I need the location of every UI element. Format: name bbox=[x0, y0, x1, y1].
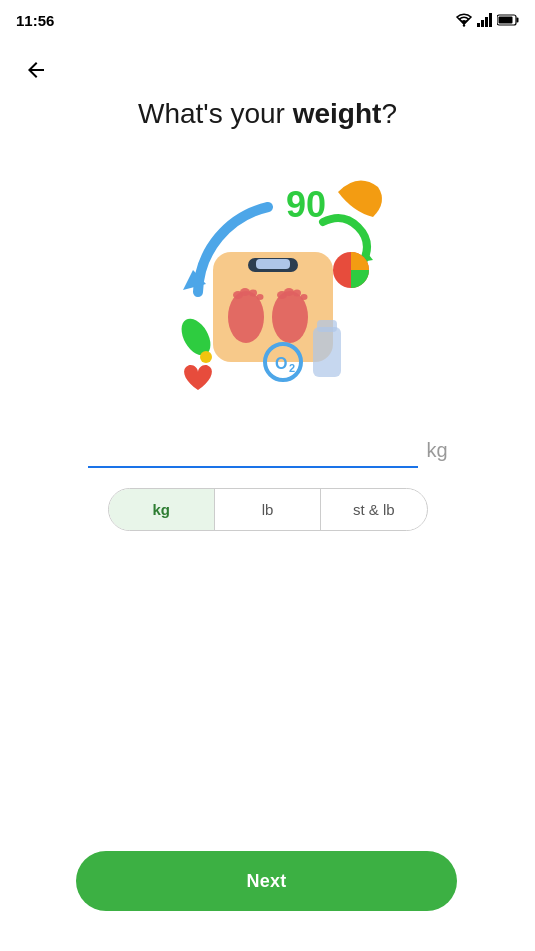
svg-rect-31 bbox=[317, 320, 337, 332]
svg-rect-2 bbox=[481, 20, 484, 27]
status-time: 11:56 bbox=[16, 12, 54, 29]
unit-selector: kg lb st & lb bbox=[108, 488, 428, 531]
svg-point-24 bbox=[300, 294, 307, 300]
svg-point-19 bbox=[256, 294, 263, 300]
svg-point-18 bbox=[249, 290, 257, 297]
weight-input-section: kg bbox=[78, 432, 458, 468]
main-content: What's your weight? 90 bbox=[0, 36, 535, 531]
back-button[interactable] bbox=[16, 50, 56, 90]
page-title: What's your weight? bbox=[138, 96, 397, 132]
unit-btn-kg[interactable]: kg bbox=[109, 489, 215, 530]
signal-icon bbox=[477, 13, 493, 27]
svg-text:O: O bbox=[275, 355, 287, 372]
weight-input[interactable] bbox=[88, 432, 419, 468]
battery-icon bbox=[497, 14, 519, 26]
next-button[interactable]: Next bbox=[76, 851, 457, 911]
back-arrow-icon bbox=[24, 58, 48, 82]
title-suffix: ? bbox=[381, 98, 397, 129]
svg-rect-30 bbox=[313, 327, 341, 377]
weight-illustration: 90 bbox=[138, 162, 398, 402]
status-bar: 11:56 bbox=[0, 0, 535, 36]
svg-point-17 bbox=[240, 288, 250, 296]
svg-rect-1 bbox=[477, 23, 480, 27]
unit-btn-lb[interactable]: lb bbox=[215, 489, 321, 530]
svg-point-22 bbox=[284, 288, 294, 296]
svg-point-26 bbox=[200, 351, 212, 363]
svg-text:90: 90 bbox=[286, 184, 326, 225]
svg-rect-14 bbox=[256, 259, 290, 269]
weight-unit-label: kg bbox=[426, 439, 447, 468]
svg-rect-7 bbox=[499, 17, 513, 24]
scale-illustration-svg: 90 bbox=[138, 162, 398, 402]
title-normal: What's your bbox=[138, 98, 293, 129]
unit-btn-stlb[interactable]: st & lb bbox=[321, 489, 426, 530]
status-icons bbox=[455, 13, 519, 27]
svg-point-23 bbox=[293, 290, 301, 297]
title-bold: weight bbox=[293, 98, 382, 129]
svg-rect-4 bbox=[489, 13, 492, 27]
svg-rect-6 bbox=[517, 18, 519, 23]
svg-text:2: 2 bbox=[289, 362, 295, 374]
svg-point-0 bbox=[463, 24, 465, 26]
wifi-icon bbox=[455, 13, 473, 27]
svg-rect-3 bbox=[485, 17, 488, 27]
